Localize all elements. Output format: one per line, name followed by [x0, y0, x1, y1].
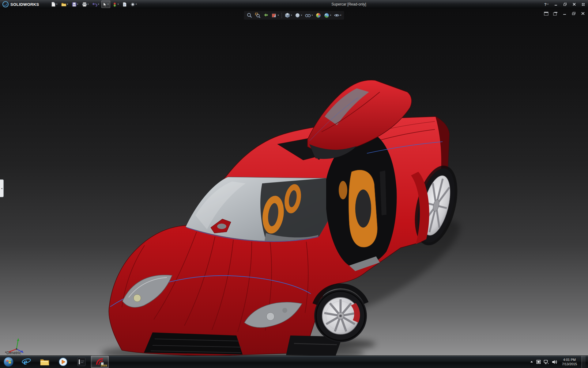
dropdown-caret-icon: ▾: [547, 3, 548, 6]
hide-show-items-button[interactable]: ▾: [304, 12, 314, 19]
internet-explorer-icon: e: [22, 357, 31, 366]
taskbar-media-player[interactable]: [54, 356, 72, 368]
dropdown-caret-icon: ▾: [98, 3, 99, 6]
window-controls: ? ▾: [543, 1, 586, 8]
car-model[interactable]: [0, 9, 588, 356]
view-settings-button[interactable]: ▾: [333, 12, 342, 19]
dropdown-caret-icon: ▾: [277, 14, 279, 17]
dropdown-caret-icon: ▾: [56, 3, 58, 6]
options-icon: [130, 2, 135, 7]
new-window-icon: [553, 12, 558, 16]
doc-minimize-icon: [563, 12, 567, 15]
network-icon: [544, 360, 549, 364]
taskbar-windows-explorer[interactable]: [36, 356, 54, 368]
print-button[interactable]: ▾: [81, 1, 90, 8]
restore-button[interactable]: [562, 1, 568, 8]
doc-restore-button[interactable]: [571, 11, 576, 16]
dropdown-caret-icon: ▾: [340, 14, 341, 17]
heads-up-view-toolbar: ▾ ▾ ▾ ▾: [244, 11, 344, 20]
close-button[interactable]: [571, 1, 577, 8]
app-brand: SOLIDWORKS: [2, 1, 39, 7]
undo-icon: [92, 2, 97, 6]
undo-button[interactable]: ▾: [91, 1, 101, 8]
dropdown-caret-icon: ▾: [67, 3, 68, 6]
brand-text: SOLIDWORKS: [10, 2, 39, 7]
select-button[interactable]: ▾: [101, 1, 110, 8]
taskbar-internet-explorer[interactable]: e: [17, 356, 35, 368]
zoom-to-area-button[interactable]: [254, 12, 261, 19]
close-icon: [572, 2, 576, 6]
solidworks-window: SOLIDWORKS ▾ ▾ ▾: [0, 0, 588, 368]
system-tray: 4:01 PM 7/13/2015: [530, 356, 588, 368]
network-button[interactable]: [544, 360, 549, 364]
view-settings-icon: [334, 13, 340, 18]
taskbar-solidworks-2015[interactable]: 2015: [91, 356, 109, 368]
dropdown-caret-icon: ▾: [118, 3, 119, 6]
edit-appearance-icon: [316, 13, 321, 18]
file-properties-button[interactable]: [121, 1, 128, 8]
dropdown-caret-icon: ▾: [301, 14, 302, 17]
restore-pane-button[interactable]: [543, 11, 549, 16]
dassault-3ds-logo-icon: [2, 1, 9, 7]
new-button[interactable]: ▾: [50, 1, 59, 8]
doc-close-icon: [581, 12, 585, 15]
start-button[interactable]: [0, 356, 17, 368]
doc-minimize-button[interactable]: [562, 11, 567, 16]
featuremanager-flyout-tab[interactable]: ◄: [0, 179, 4, 197]
show-desktop-button[interactable]: [582, 356, 586, 368]
minimize-button[interactable]: [553, 1, 559, 8]
apply-scene-button[interactable]: ▾: [323, 12, 332, 19]
previous-view-icon: [263, 13, 269, 18]
rebuild-icon: [112, 2, 117, 7]
document-window-controls: [543, 11, 586, 16]
doc-restore-icon: [572, 12, 576, 15]
dropdown-caret-icon: ▾: [291, 14, 292, 17]
print-icon: [82, 2, 87, 7]
layout-grid-button[interactable]: [580, 1, 586, 8]
windows-start-icon: [3, 357, 14, 367]
taskbar-clock[interactable]: 4:01 PM 7/13/2015: [560, 358, 579, 366]
restore-icon: [563, 2, 567, 6]
dropdown-caret-icon: ▾: [88, 3, 89, 6]
new-document-icon: [51, 2, 56, 7]
select-cursor-icon: [103, 2, 107, 7]
dropdown-caret-icon: ▾: [312, 14, 313, 17]
zoom-to-fit-button[interactable]: [246, 12, 253, 19]
edit-appearance-button[interactable]: [315, 12, 322, 19]
title-bar: SOLIDWORKS ▾ ▾ ▾: [0, 0, 588, 9]
new-window-button[interactable]: [552, 11, 558, 16]
tray-app-icon: [536, 360, 541, 364]
graphics-viewport[interactable]: ▾ ▾ ▾ ▾: [0, 9, 588, 356]
view-orientation-icon: [285, 13, 290, 18]
display-style-button[interactable]: ▾: [294, 12, 303, 19]
dropdown-caret-icon: ▾: [136, 3, 137, 6]
tray-app-button[interactable]: [536, 360, 541, 364]
previous-view-button[interactable]: [262, 12, 270, 19]
open-button[interactable]: ▾: [60, 1, 70, 8]
minimize-icon: [554, 2, 558, 6]
help-button[interactable]: ? ▾: [543, 1, 550, 8]
dropdown-caret-icon: ▾: [330, 14, 331, 17]
display-style-icon: [295, 13, 300, 18]
options-button[interactable]: ▾: [129, 1, 138, 8]
media-player-icon: [58, 357, 68, 366]
taskbar-pinned-dark-app[interactable]: [73, 356, 90, 368]
clock-time: 4:01 PM: [563, 358, 576, 362]
toolbar-separator: [281, 13, 282, 18]
solidworks-version-badge: 2015: [101, 364, 107, 367]
save-button[interactable]: ▾: [70, 1, 80, 8]
volume-button[interactable]: [552, 359, 557, 365]
save-icon: [72, 2, 77, 7]
dropdown-caret-icon: ▾: [77, 3, 78, 6]
section-view-button[interactable]: ▾: [270, 12, 280, 19]
hidden-icons-arrow-icon: [530, 360, 533, 363]
show-hidden-icons-button[interactable]: [530, 360, 533, 363]
view-orientation-label: *Dimetric: [5, 351, 21, 355]
quick-access-toolbar: ▾ ▾ ▾ ▾: [50, 1, 138, 8]
doc-close-button[interactable]: [580, 11, 586, 16]
rebuild-button[interactable]: ▾: [111, 1, 120, 8]
zoom-to-fit-icon: [247, 13, 252, 18]
zoom-to-area-icon: [255, 13, 260, 18]
view-orientation-button[interactable]: ▾: [284, 12, 293, 19]
apply-scene-icon: [324, 13, 330, 18]
